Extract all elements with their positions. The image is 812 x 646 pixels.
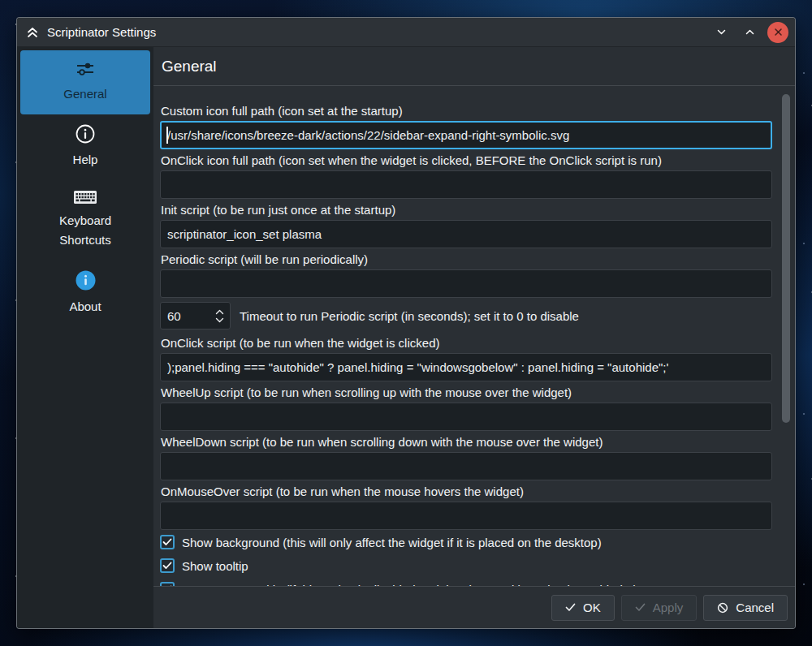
field-label: OnMouseOver script (to be run when the m… <box>161 484 772 499</box>
sidebar-item-label: Help <box>73 150 98 170</box>
checkbox-checked-icon[interactable] <box>160 535 175 549</box>
sidebar-item-keyboard-shortcuts[interactable]: Keyboard Shortcuts <box>20 180 150 261</box>
dialog-button-bar: OK Apply Cancel <box>153 586 795 628</box>
sidebar-item-general[interactable]: General <box>20 50 150 114</box>
checkbox-use-custom-tooltip[interactable]: Use custom tooltip (if this option is di… <box>160 581 772 586</box>
field-wheelup-script: WheelUp script (to be run when scrolling… <box>160 385 772 431</box>
check-icon <box>635 603 646 612</box>
keyboard-icon <box>73 189 97 205</box>
apply-button[interactable]: Apply <box>621 595 698 621</box>
app-double-chevron-up-icon <box>25 25 40 40</box>
sidebar-item-help[interactable]: Help <box>20 114 150 180</box>
checkbox-label: Show tooltip <box>182 559 248 573</box>
cancel-button-label: Cancel <box>736 601 774 614</box>
checkbox-label: Use custom tooltip (if this option is di… <box>182 583 646 587</box>
timeout-row: 60 Timeout to run Periodic script (in se… <box>160 302 772 329</box>
field-label: Periodic script (will be run periodicall… <box>161 252 772 267</box>
checkbox-label: Show background (this will only affect t… <box>182 536 602 549</box>
sidebar: General Help <box>17 47 153 628</box>
sidebar-item-label: About <box>69 297 101 317</box>
vertical-scrollbar-thumb[interactable] <box>782 94 790 423</box>
window-title: Scriptinator Settings <box>47 25 156 39</box>
cancel-slash-circle-icon <box>717 602 728 614</box>
onclick-icon-path-input[interactable] <box>160 170 772 199</box>
settings-dialog: Scriptinator Settings <box>16 17 796 629</box>
settings-form: Custom icon full path (icon set at the s… <box>153 86 795 586</box>
page-header: General <box>153 47 795 86</box>
ok-button[interactable]: OK <box>551 595 615 621</box>
field-label: Custom icon full path (icon set at the s… <box>161 104 772 118</box>
field-custom-icon-path: Custom icon full path (icon set at the s… <box>160 104 772 149</box>
check-icon <box>565 603 576 612</box>
apply-button-label: Apply <box>653 601 684 614</box>
field-wheeldown-script: WheelDown script (to be run when scrolli… <box>160 435 772 480</box>
init-script-input[interactable] <box>160 220 772 248</box>
info-filled-icon <box>75 269 97 291</box>
field-label: WheelUp script (to be run when scrolling… <box>161 385 772 400</box>
custom-icon-path-input[interactable] <box>160 121 772 149</box>
timeout-value: 60 <box>167 309 215 323</box>
checkbox-show-tooltip[interactable]: Show tooltip <box>160 558 772 574</box>
close-button[interactable] <box>767 22 788 43</box>
text-caret <box>166 127 168 144</box>
minimize-button[interactable] <box>710 22 732 43</box>
sidebar-item-about[interactable]: About <box>20 261 150 327</box>
checkbox-checked-icon[interactable] <box>160 582 175 586</box>
onmouseover-script-input[interactable] <box>160 502 772 530</box>
checkbox-checked-icon[interactable] <box>160 558 175 573</box>
timeout-label: Timeout to run Periodic script (in secon… <box>240 309 579 323</box>
checkbox-show-background[interactable]: Show background (this will only affect t… <box>160 534 772 550</box>
field-onclick-icon-path: OnClick icon full path (icon set when th… <box>160 153 772 199</box>
wheeldown-script-input[interactable] <box>160 452 772 480</box>
spinner-up-icon[interactable] <box>215 309 224 315</box>
wheelup-script-input[interactable] <box>160 403 772 431</box>
field-label: WheelDown script (to be run when scrolli… <box>161 435 772 450</box>
field-periodic-script: Periodic script (will be run periodicall… <box>160 252 772 298</box>
timeout-spinner[interactable]: 60 <box>160 302 231 329</box>
onclick-script-input[interactable] <box>160 353 772 381</box>
cancel-button[interactable]: Cancel <box>703 595 788 621</box>
sidebar-item-label: Keyboard Shortcuts <box>46 211 124 250</box>
main-panel: General Custom icon full path (icon set … <box>153 47 795 628</box>
field-onmouseover-script: OnMouseOver script (to be run when the m… <box>160 484 772 530</box>
sliders-icon <box>75 59 96 79</box>
field-label: OnClick script (to be run when the widge… <box>161 336 772 351</box>
ok-button-label: OK <box>583 601 601 614</box>
field-onclick-script: OnClick script (to be run when the widge… <box>160 336 772 381</box>
info-outline-icon <box>75 123 96 144</box>
field-label: OnClick icon full path (icon set when th… <box>161 153 772 168</box>
page-title: General <box>162 58 217 75</box>
titlebar[interactable]: Scriptinator Settings <box>17 18 795 47</box>
spinner-down-icon[interactable] <box>215 317 224 323</box>
field-init-script: Init script (to be run just once at the … <box>160 203 772 248</box>
field-label: Init script (to be run just once at the … <box>161 203 772 217</box>
periodic-script-input[interactable] <box>160 269 772 298</box>
maximize-button[interactable] <box>739 22 760 43</box>
sidebar-item-label: General <box>63 84 106 104</box>
